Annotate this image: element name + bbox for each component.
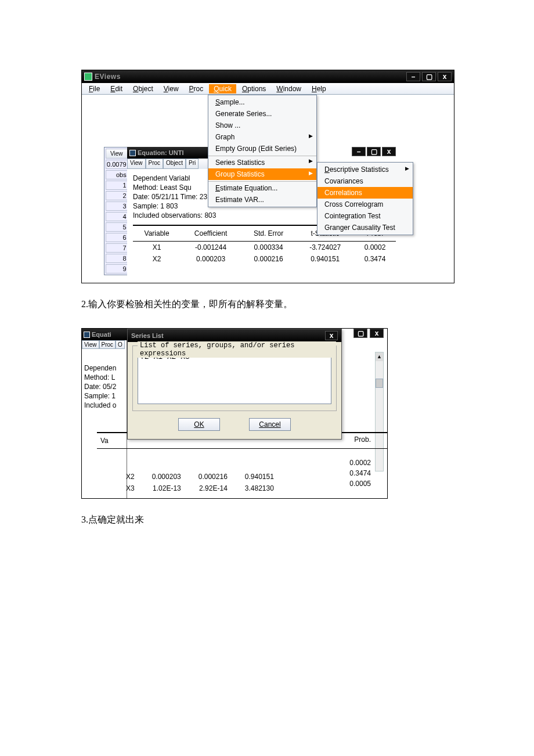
dialog-close-button[interactable]: x (325, 331, 338, 340)
menu-proc[interactable]: Proc (185, 84, 208, 93)
bg-data-rows: X2 0.000203 0.000216 0.940151 X3 1.02E-1… (117, 470, 283, 495)
equation-icon (84, 332, 90, 338)
series-list-input[interactable] (138, 351, 331, 404)
mi-series-statistics[interactable]: Series Statistics (208, 156, 316, 168)
screenshot-eviews-menus: EViews – ▢ x File Edit Object View Proc … (81, 70, 454, 283)
mi-cross-correlogram[interactable]: Cross Correlogram (317, 199, 413, 210)
table-row: X1 -0.001244 0.000334 -3.724027 0.0002 (133, 242, 396, 254)
mi-cointegration-test[interactable]: Cointegration Test (317, 210, 413, 222)
app-titlebar: EViews – ▢ x (82, 70, 454, 83)
table-row: X2 0.000203 0.000216 0.940151 0.3474 (133, 253, 396, 265)
bg-toolbar-object[interactable]: O (116, 340, 125, 349)
app-title: EViews (95, 73, 404, 81)
menu-help[interactable]: Help (307, 84, 331, 93)
mi-covariances[interactable]: Covariances (317, 175, 413, 187)
menu-object[interactable]: Object (128, 84, 158, 93)
mi-correlations[interactable]: Correlations (317, 187, 413, 199)
menu-options[interactable]: Options (237, 84, 270, 93)
maximize-button[interactable]: ▢ (422, 72, 436, 81)
mi-group-statistics[interactable]: Group Statistics (208, 168, 316, 180)
eq-toolbar-print[interactable]: Pri (186, 159, 199, 169)
equation-toolbar: View Proc Object Pri (127, 159, 210, 169)
col-prob-header: Prob. (349, 434, 371, 445)
menu-window[interactable]: Window (272, 84, 306, 93)
bg-toolbar-view[interactable]: View (82, 340, 99, 349)
close-button[interactable]: x (438, 72, 452, 81)
ok-button[interactable]: OK (178, 418, 220, 431)
mi-generate-series[interactable]: Generate Series... (208, 108, 316, 120)
vertical-scrollbar[interactable]: ▲ (375, 352, 384, 471)
bg-sheet-fragment: View 0.0079 obs 1 2 3 4 5 6 7 8 9 (104, 147, 129, 275)
mi-granger-causality[interactable]: Granger Causality Test (317, 222, 413, 233)
bg-close-button[interactable]: x (370, 329, 384, 338)
eq-minimize-button[interactable]: – (352, 147, 366, 156)
bg-view-button[interactable]: View (106, 149, 128, 159)
eq-close-button[interactable]: x (382, 147, 396, 156)
bg-maximize-button[interactable]: ▢ (353, 329, 367, 338)
bg-toolbar-proc[interactable]: Proc (99, 340, 116, 349)
equation-icon (129, 150, 136, 156)
eq-maximize-button[interactable]: ▢ (367, 147, 381, 156)
eq-toolbar-proc[interactable]: Proc (146, 159, 164, 169)
menu-view[interactable]: View (159, 84, 183, 93)
menu-quick[interactable]: Quick (209, 84, 236, 93)
mi-descriptive-statistics[interactable]: Descriptive Statistics (317, 164, 413, 175)
scroll-up-icon[interactable]: ▲ (376, 352, 383, 361)
dialog-titlebar: Series List x (128, 329, 341, 342)
mi-estimate-var[interactable]: Estimate VAR... (208, 194, 316, 206)
caption-step3: 3.点确定就出来 (81, 514, 453, 526)
quick-menu-dropdown: Sample... Generate Series... Show ... Gr… (208, 95, 317, 207)
dialog-group-legend: List of series, groups, and/or series ex… (138, 341, 336, 358)
group-statistics-submenu: Descriptive Statistics Covariances Corre… (317, 162, 413, 235)
mi-sample[interactable]: Sample... (208, 96, 316, 108)
series-list-dialog: Series List x List of series, groups, an… (127, 329, 342, 440)
cancel-button[interactable]: Cancel (249, 418, 291, 431)
menu-file[interactable]: File (84, 84, 104, 93)
screenshot-series-list-dialog: Equati View Proc O Dependen Method: L Da… (81, 328, 388, 499)
minimize-button[interactable]: – (406, 72, 420, 81)
equation-window-titlebar: Equation: UNTI (127, 147, 210, 159)
table-row: X2 0.000203 0.000216 0.940151 (118, 471, 282, 482)
scroll-thumb[interactable] (376, 379, 383, 388)
app-icon (84, 73, 92, 81)
table-row: X3 1.02E-13 2.92E-14 3.482130 (118, 483, 282, 494)
eq-toolbar-object[interactable]: Object (163, 159, 186, 169)
mi-show[interactable]: Show ... (208, 120, 316, 131)
mi-empty-group[interactable]: Empty Group (Edit Series) (208, 143, 316, 154)
mi-graph[interactable]: Graph (208, 131, 316, 143)
caption-step2: 2.输入你要检验相关性的变量，即所有的解释变量。 (81, 298, 453, 311)
menu-edit[interactable]: Edit (106, 84, 127, 93)
menubar: File Edit Object View Proc Quick Options… (82, 83, 454, 95)
eq-toolbar-view[interactable]: View (127, 159, 146, 169)
mi-estimate-equation[interactable]: Estimate Equation... (208, 181, 316, 194)
